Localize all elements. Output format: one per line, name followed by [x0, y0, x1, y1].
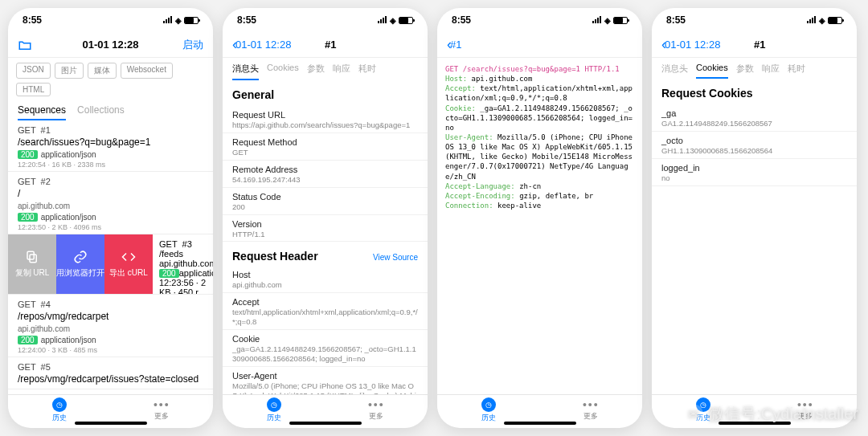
- tab-sequences[interactable]: Sequences: [18, 104, 66, 120]
- tab-more[interactable]: •••更多: [567, 399, 615, 422]
- clock-icon: ◷: [481, 397, 496, 412]
- view-source-button[interactable]: View Source: [373, 253, 418, 262]
- tab-response[interactable]: 响应: [333, 63, 350, 80]
- tab-timing[interactable]: 耗时: [358, 63, 376, 80]
- status-badge: 200: [18, 213, 38, 222]
- link-icon: [73, 250, 88, 264]
- folder-icon: [18, 38, 32, 52]
- cookies-content: Request Cookies _gaGA1.2.1149488249.1566…: [652, 79, 857, 394]
- general-heading: General: [223, 80, 428, 106]
- tab-history[interactable]: ◷历史: [250, 397, 298, 423]
- wifi-icon: ◈: [604, 16, 611, 25]
- nav-bar: ‹#1: [437, 32, 642, 58]
- status-icons: ◈: [592, 16, 628, 25]
- home-indicator: [504, 422, 576, 425]
- tab-response[interactable]: 响应: [762, 63, 780, 79]
- back-button[interactable]: ‹#1: [447, 36, 495, 53]
- clock: 8:55: [237, 14, 256, 26]
- list-item[interactable]: GET #4 /repos/vmg/redcarpet api.github.c…: [8, 295, 213, 357]
- tab-timing[interactable]: 耗时: [788, 63, 805, 79]
- tab-history[interactable]: ◷历史: [465, 397, 513, 423]
- tab-params[interactable]: 参数: [736, 63, 754, 79]
- home-indicator: [289, 422, 362, 425]
- screen-sequences: 8:55 ◈ 01-01 12:28 启动 JSON 图片 媒体 Websock…: [8, 8, 213, 428]
- tab-collections[interactable]: Collections: [77, 104, 125, 120]
- tab-history[interactable]: ◷历史: [35, 397, 84, 423]
- status-bar: 8:55 ◈: [223, 8, 428, 32]
- cookie-row: logged_inno: [652, 159, 857, 186]
- status-icons: ◈: [378, 16, 413, 25]
- nav-bar: ‹01-01 12:28 #1: [652, 32, 857, 58]
- battery-icon: [184, 17, 199, 24]
- kv-row: Accepttext/html,application/xhtml+xml,ap…: [223, 293, 428, 330]
- more-icon: •••: [154, 399, 170, 410]
- back-button[interactable]: ‹01-01 12:28: [232, 36, 291, 53]
- copy-url-button[interactable]: 复制 URL: [8, 234, 56, 294]
- kv-row: Hostapi.github.com: [223, 266, 428, 293]
- status-icons: ◈: [163, 16, 199, 25]
- clock: 8:55: [452, 14, 471, 26]
- detail-tabs: 消息头 Cookies 参数 响应 耗时: [223, 58, 428, 80]
- swipe-row: 复制 URL 用浏览器打开 导出 cURL GET #3 /feeds api.…: [8, 234, 213, 295]
- kv-row: VersionHTTP/1.1: [223, 215, 428, 242]
- kv-row: Request URLhttps://api.github.com/search…: [223, 106, 428, 133]
- screen-headers: 8:55 ◈ ‹01-01 12:28 #1 消息头 Cookies 参数 响应…: [223, 8, 428, 428]
- wifi-icon: ◈: [819, 16, 825, 25]
- list-item[interactable]: GET #1 /search/issues?q=bug&page=1 200ap…: [8, 120, 213, 172]
- tab-cookies[interactable]: Cookies: [267, 63, 299, 80]
- kv-row: Remote Address54.169.195.247:443: [223, 161, 428, 188]
- svg-rect-1: [27, 251, 34, 259]
- status-badge: 200: [18, 336, 38, 344]
- battery-icon: [613, 17, 628, 24]
- filter-ws[interactable]: Websocket: [121, 63, 173, 79]
- status-bar: 8:55 ◈: [8, 8, 213, 32]
- copy-icon: [25, 250, 39, 264]
- watermark: ✉ 微信号:CydiaInstaller: [682, 403, 858, 425]
- open-browser-button[interactable]: 用浏览器打开: [56, 234, 104, 294]
- nav-title: #1: [325, 39, 336, 51]
- status-icons: ◈: [807, 16, 842, 25]
- start-button[interactable]: 启动: [155, 38, 203, 52]
- tab-more[interactable]: •••更多: [137, 399, 186, 422]
- tab-cookies[interactable]: Cookies: [696, 63, 728, 79]
- home-indicator: [75, 422, 147, 425]
- signal-icon: [163, 17, 173, 23]
- cookie-row: _octoGH1.1.1309000685.1566208564: [652, 132, 857, 159]
- segmented-tabs: Sequences Collections: [8, 101, 213, 120]
- back-button[interactable]: ‹01-01 12:28: [661, 36, 720, 53]
- filter-json[interactable]: JSON: [16, 63, 51, 79]
- tab-headers[interactable]: 消息头: [661, 63, 688, 79]
- clock-icon: ◷: [52, 397, 67, 412]
- svg-rect-0: [30, 255, 36, 263]
- raw-request: GET /search/issues?q=bug&page=1 HTTP/1.1…: [437, 58, 642, 217]
- code-icon: [121, 250, 136, 264]
- status-bar: 8:55 ◈: [437, 8, 642, 32]
- signal-icon: [378, 17, 387, 23]
- headers-content: General Request URLhttps://api.github.co…: [223, 80, 428, 394]
- list-item[interactable]: GET #5 /repos/vmg/redcarpet/issues?state…: [8, 357, 213, 389]
- tab-more[interactable]: •••更多: [352, 399, 400, 422]
- wifi-icon: ◈: [175, 16, 182, 25]
- clock: 8:55: [666, 14, 686, 26]
- kv-row: Cookie_ga=GA1.2.1149488249.1566208567; _…: [223, 330, 428, 367]
- tab-params[interactable]: 参数: [307, 63, 325, 80]
- battery-icon: [399, 17, 413, 24]
- wifi-icon: ◈: [390, 16, 396, 25]
- kv-row: Request MethodGET: [223, 133, 428, 161]
- detail-tabs: 消息头 Cookies 参数 响应 耗时: [652, 58, 857, 79]
- status-bar: 8:55 ◈: [652, 8, 857, 32]
- list-item[interactable]: GET #2 / api.github.com 200application/j…: [8, 172, 213, 234]
- status-badge: 200: [18, 150, 38, 159]
- screen-raw: 8:55 ◈ ‹#1 GET /search/issues?q=bug&page…: [437, 8, 642, 428]
- tab-headers[interactable]: 消息头: [232, 63, 259, 80]
- filter-media[interactable]: 媒体: [88, 63, 117, 79]
- list-item[interactable]: GET #3 /feeds api.github.com 200applicat…: [153, 234, 213, 294]
- battery-icon: [828, 17, 842, 24]
- nav-bar: 01-01 12:28 启动: [8, 32, 213, 58]
- folder-button[interactable]: [18, 38, 66, 52]
- filter-image[interactable]: 图片: [55, 63, 84, 79]
- status-badge: 200: [159, 269, 179, 278]
- filter-html[interactable]: HTML: [16, 83, 51, 96]
- export-curl-button[interactable]: 导出 cURL: [104, 234, 153, 294]
- cookie-row: _gaGA1.2.1149488249.1566208567: [652, 104, 857, 132]
